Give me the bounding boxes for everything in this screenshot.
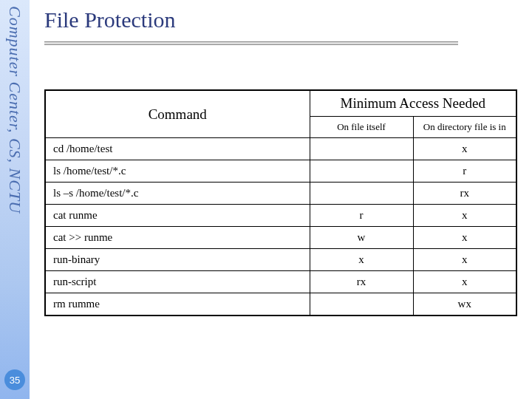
on-dir-cell: x: [413, 271, 516, 293]
title-underline: [44, 41, 458, 45]
on-file-cell: [310, 160, 413, 183]
on-dir-cell: rx: [413, 183, 516, 205]
slide-content: File Protection Command Minimum Access N…: [44, 0, 525, 399]
table-row: ls /home/test/*.c r: [45, 160, 516, 183]
command-cell: cat >> runme: [45, 227, 310, 249]
on-file-cell: rx: [310, 271, 413, 293]
on-file-cell: r: [310, 205, 413, 227]
access-header: Minimum Access Needed: [310, 90, 516, 117]
on-dir-cell: wx: [413, 293, 516, 316]
sidebar-label: Computer Center, CS, NCTU: [0, 0, 30, 399]
on-dir-header: On directory file is in: [413, 117, 516, 138]
on-file-cell: w: [310, 227, 413, 249]
table-row: run-binary x x: [45, 249, 516, 271]
on-file-cell: [310, 138, 413, 160]
table-row: cd /home/test x: [45, 138, 516, 160]
on-file-cell: [310, 183, 413, 205]
on-dir-cell: x: [413, 138, 516, 160]
on-file-cell: [310, 293, 413, 316]
on-file-cell: x: [310, 249, 413, 271]
page-number-badge: 35: [4, 369, 25, 390]
sidebar-label-text: Computer Center, CS, NCTU: [5, 6, 24, 214]
on-file-header: On file itself: [310, 117, 413, 138]
file-protection-table: Command Minimum Access Needed On file it…: [44, 89, 517, 316]
on-dir-cell: x: [413, 205, 516, 227]
command-header: Command: [45, 90, 310, 138]
on-dir-cell: x: [413, 249, 516, 271]
command-cell: run-script: [45, 271, 310, 293]
command-cell: ls /home/test/*.c: [45, 160, 310, 183]
table-row: cat runme r x: [45, 205, 516, 227]
on-dir-cell: r: [413, 160, 516, 183]
table-row: run-script rx x: [45, 271, 516, 293]
command-cell: cd /home/test: [45, 138, 310, 160]
table-row: cat >> runme w x: [45, 227, 516, 249]
page-title: File Protection: [44, 7, 525, 33]
page-number: 35: [10, 375, 20, 386]
command-cell: run-binary: [45, 249, 310, 271]
table-row: ls –s /home/test/*.c rx: [45, 183, 516, 205]
on-dir-cell: x: [413, 227, 516, 249]
command-cell: ls –s /home/test/*.c: [45, 183, 310, 205]
command-cell: rm rumme: [45, 293, 310, 316]
command-cell: cat runme: [45, 205, 310, 227]
table-row: rm rumme wx: [45, 293, 516, 316]
